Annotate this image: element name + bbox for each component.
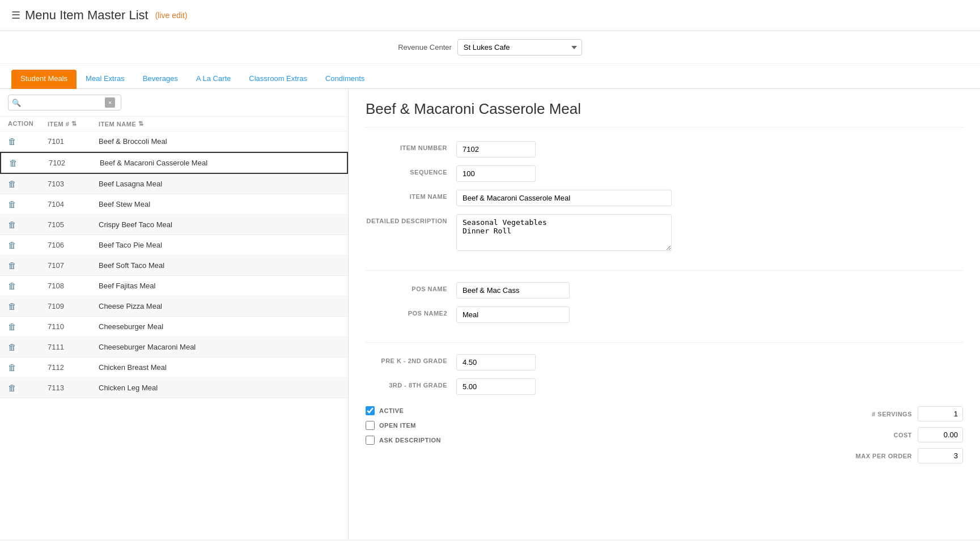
list-item-action: 🗑 <box>8 137 48 146</box>
delete-button[interactable]: 🗑 <box>8 137 16 146</box>
list-item-action: 🗑 <box>9 158 49 168</box>
table-header: ACTION ITEM # ⇅ ITEM NAME ⇅ <box>0 116 348 131</box>
item-number-cell: 7112 <box>48 363 99 372</box>
item-name-cell: Beef Soft Taco Meal <box>99 261 340 270</box>
list-item-action: 🗑 <box>8 240 48 250</box>
item-number-cell: 7101 <box>48 137 99 146</box>
item-number-cell: 7105 <box>48 220 99 229</box>
item-number-cell: 7106 <box>48 241 99 249</box>
revenue-center-select[interactable]: St Lukes Cafe Main Cafeteria Snack Bar <box>457 39 582 56</box>
list-item[interactable]: 🗑7103Beef Lasagna Meal <box>0 174 348 194</box>
right-panel: Beef & Macaroni Casserole Meal ITEM NUMB… <box>349 89 980 539</box>
pre-k-label: PRE K - 2ND GRADE <box>366 354 456 364</box>
list-item[interactable]: 🗑7111Cheeseburger Macaroni Meal <box>0 337 348 357</box>
list-item-action: 🗑 <box>8 220 48 229</box>
tab-meal-extras[interactable]: Meal Extras <box>77 70 134 89</box>
search-clear-button[interactable]: × <box>105 97 115 108</box>
servings-input[interactable] <box>918 406 963 421</box>
list-item-action: 🗑 <box>8 342 48 352</box>
pos-name2-row: POS NAME2 <box>366 306 963 323</box>
list-item-action: 🗑 <box>8 301 48 311</box>
items-list[interactable]: 🗑7101Beef & Broccoli Meal🗑7102Beef & Mac… <box>0 131 348 539</box>
delete-button[interactable]: 🗑 <box>8 179 16 189</box>
pos-section: POS NAME POS NAME2 <box>366 282 963 343</box>
col-item-number-header[interactable]: ITEM # ⇅ <box>48 120 99 127</box>
item-number-row: ITEM NUMBER <box>366 141 963 157</box>
cost-input[interactable] <box>918 427 963 442</box>
item-name-cell: Beef Lasagna Meal <box>99 180 340 188</box>
active-checkbox[interactable] <box>366 406 375 415</box>
sequence-row: SEQUENCE <box>366 165 963 182</box>
list-item[interactable]: 🗑7113Chicken Leg Meal <box>0 378 348 398</box>
list-item-action: 🗑 <box>8 322 48 331</box>
delete-button[interactable]: 🗑 <box>8 220 16 229</box>
open-item-checkbox[interactable] <box>366 421 375 430</box>
item-name-cell: Cheese Pizza Meal <box>99 302 340 310</box>
tab-condiments[interactable]: Condiments <box>316 70 374 89</box>
ask-description-checkbox[interactable] <box>366 436 375 445</box>
revenue-center-label: Revenue Center <box>398 43 452 52</box>
item-name-cell: Beef & Broccoli Meal <box>99 137 340 146</box>
col-item-name-header[interactable]: ITEM NAME ⇅ <box>99 120 326 127</box>
list-item[interactable]: 🗑7108Beef Fajitas Meal <box>0 276 348 296</box>
servings-label: # SERVINGS <box>872 411 912 418</box>
cost-label: COST <box>893 432 912 438</box>
pos-name2-label: POS NAME2 <box>366 306 456 317</box>
list-item[interactable]: 🗑7107Beef Soft Taco Meal <box>0 255 348 276</box>
tab-a-la-carte[interactable]: A La Carte <box>187 70 240 89</box>
pre-k-row: PRE K - 2ND GRADE <box>366 354 963 370</box>
tab-classroom-extras[interactable]: Classroom Extras <box>240 70 316 89</box>
item-name-cell: Beef Fajitas Meal <box>99 282 340 290</box>
list-item-action: 🗑 <box>8 281 48 291</box>
list-item[interactable]: 🗑7109Cheese Pizza Meal <box>0 296 348 317</box>
pre-k-input[interactable] <box>456 354 536 370</box>
open-item-checkbox-row: OPEN ITEM <box>366 421 441 430</box>
item-number-cell: 7107 <box>48 261 99 270</box>
grade3-8-input[interactable] <box>456 378 536 395</box>
item-name-input[interactable] <box>456 190 672 206</box>
tab-beverages[interactable]: Beverages <box>134 70 187 89</box>
delete-button[interactable]: 🗑 <box>8 363 16 372</box>
delete-button[interactable]: 🗑 <box>8 240 16 250</box>
search-bar: 🔍 × <box>0 89 348 116</box>
servings-row: # SERVINGS <box>872 406 963 421</box>
max-per-order-input[interactable] <box>918 448 963 463</box>
list-item[interactable]: 🗑7104Beef Stew Meal <box>0 194 348 215</box>
active-checkbox-row: ACTIVE <box>366 406 441 415</box>
item-number-cell: 7113 <box>48 384 99 392</box>
search-input[interactable] <box>23 99 103 107</box>
list-item[interactable]: 🗑7106Beef Taco Pie Meal <box>0 235 348 255</box>
main-layout: 🔍 × ACTION ITEM # ⇅ ITEM NAME ⇅ 🗑7101Bee… <box>0 89 980 539</box>
list-item[interactable]: 🗑7110Cheeseburger Meal <box>0 317 348 337</box>
list-item[interactable]: 🗑7105Crispy Beef Taco Meal <box>0 215 348 235</box>
delete-button[interactable]: 🗑 <box>8 301 16 311</box>
delete-button[interactable]: 🗑 <box>8 383 16 393</box>
delete-button[interactable]: 🗑 <box>9 158 18 168</box>
list-item[interactable]: 🗑7112Chicken Breast Meal <box>0 357 348 378</box>
search-icon: 🔍 <box>12 99 21 107</box>
bottom-section: ACTIVE OPEN ITEM ASK DESCRIPTION # SERVI… <box>366 406 963 463</box>
description-textarea[interactable]: Seasonal Vegetables Dinner Roll <box>456 214 672 251</box>
item-number-cell: 7103 <box>48 180 99 188</box>
item-name-cell: Chicken Leg Meal <box>99 384 340 392</box>
delete-button[interactable]: 🗑 <box>8 322 16 331</box>
list-item[interactable]: 🗑7102Beef & Macaroni Casserole Meal <box>0 152 348 174</box>
item-number-input[interactable] <box>456 141 536 157</box>
pos-name-label: POS NAME <box>366 282 456 292</box>
delete-button[interactable]: 🗑 <box>8 199 16 209</box>
item-name-cell: Cheeseburger Macaroni Meal <box>99 343 340 351</box>
item-number-cell: 7108 <box>48 282 99 290</box>
delete-button[interactable]: 🗑 <box>8 281 16 291</box>
detail-title: Beef & Macaroni Casserole Meal <box>366 100 963 127</box>
search-input-wrapper: 🔍 × <box>8 95 121 110</box>
list-item[interactable]: 🗑7101Beef & Broccoli Meal <box>0 131 348 152</box>
pos-name2-input[interactable] <box>456 306 570 323</box>
tab-student-meals[interactable]: Student Meals <box>11 70 77 89</box>
right-aligned-fields: # SERVINGS COST MAX PER ORDER <box>856 406 963 463</box>
item-name-cell: Beef & Macaroni Casserole Meal <box>100 159 339 167</box>
delete-button[interactable]: 🗑 <box>8 261 16 270</box>
delete-button[interactable]: 🗑 <box>8 342 16 352</box>
pos-name-input[interactable] <box>456 282 570 299</box>
sequence-input[interactable] <box>456 165 536 182</box>
grade3-8-label: 3RD - 8TH GRADE <box>366 378 456 389</box>
